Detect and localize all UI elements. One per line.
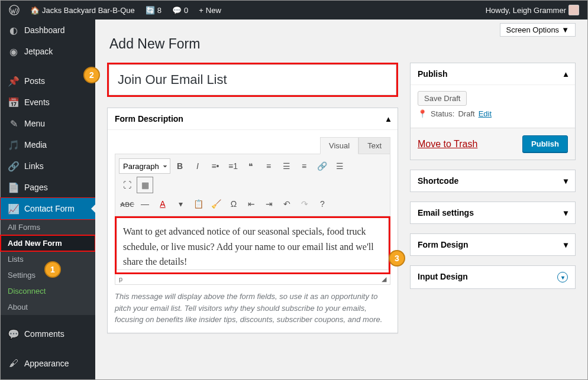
callout-3: 3 (389, 250, 405, 267)
move-to-trash-link[interactable]: Move to Trash (418, 139, 477, 150)
sidebar-item-links[interactable]: 🔗Links (1, 155, 95, 177)
sidebar-item-events[interactable]: 📅Events (1, 92, 95, 113)
links-icon: 🔗 (8, 160, 20, 172)
screen-options-label: Screen Options (506, 25, 560, 34)
more-button[interactable]: ☰ (331, 158, 348, 174)
pin-icon: 📌 (8, 75, 20, 87)
publish-header[interactable]: Publish▴ (411, 63, 575, 85)
new-link[interactable]: +New (195, 1, 225, 20)
textcolor-button[interactable]: A (154, 196, 171, 212)
sidebar-item-label: Media (24, 140, 47, 150)
sub-item-add-new-form[interactable]: Add New Form (1, 235, 95, 251)
fullscreen-button[interactable]: ⛶ (119, 177, 135, 193)
admin-toolbar: 🏠Jacks Backyard Bar-B-Que 🔄8 💬0 +New How… (1, 1, 587, 20)
sidebar-item-jetpack[interactable]: ◉Jetpack (1, 41, 95, 62)
element-path: p (119, 275, 122, 283)
edit-icon: ✎ (8, 118, 20, 129)
status-value: Draft (458, 109, 474, 118)
sub-item-disconnect[interactable]: Disconnect (1, 283, 95, 299)
jetpack-icon: ◉ (8, 46, 20, 57)
site-name-link[interactable]: 🏠Jacks Backyard Bar-B-Que (27, 1, 138, 20)
sidebar-item-label: Appearance (24, 359, 69, 368)
hr-button[interactable]: — (137, 196, 153, 212)
wp-logo[interactable] (5, 1, 23, 20)
sidebar-item-pages[interactable]: 📄Pages (1, 177, 95, 198)
sidebar-item-label: Dashboard (24, 25, 65, 35)
comment-icon: 💬 (8, 328, 20, 340)
sidebar-item-appearance[interactable]: 🖌Appearance (1, 353, 95, 374)
screen-options-button[interactable]: Screen Options▼ (500, 23, 576, 37)
form-title-input[interactable] (109, 64, 396, 95)
content-textarea[interactable]: Want to get advanced notice of our seaso… (117, 218, 389, 270)
textcolor-picker-button[interactable]: ▾ (172, 196, 189, 212)
format-select[interactable]: Paragraph (119, 158, 170, 174)
align-left-button[interactable]: ≡ (260, 158, 277, 174)
link-button[interactable]: 🔗 (314, 158, 330, 174)
redo-button[interactable]: ↷ (296, 196, 313, 212)
help-button[interactable]: ? (314, 196, 331, 212)
chevron-down-icon: ▾ (564, 176, 568, 186)
sidebar-item-menu[interactable]: ✎Menu (1, 113, 95, 134)
updates-link[interactable]: 🔄8 (142, 1, 165, 20)
callout-2: 2 (83, 67, 100, 83)
sidebar-item-posts[interactable]: 📌Posts (1, 70, 95, 92)
outdent-button[interactable]: ⇤ (243, 196, 260, 212)
dashboard-icon: ◐ (8, 24, 20, 36)
sub-item-all-forms[interactable]: All Forms (1, 219, 95, 235)
calendar-icon: 📅 (8, 96, 20, 108)
indent-button[interactable]: ⇥ (261, 196, 277, 212)
special-char-button[interactable]: Ω (225, 196, 242, 212)
form-description-header[interactable]: Form Description▴ (108, 108, 398, 130)
align-right-button[interactable]: ≡ (296, 158, 312, 174)
publish-heading: Publish (418, 69, 448, 79)
sidebox-label: Email settings (418, 208, 474, 217)
sidebar-item-label: Jetpack (24, 47, 53, 56)
text-tab[interactable]: Text (358, 137, 390, 154)
sidebar-item-contact-form[interactable]: 📈Contact Form (1, 198, 95, 219)
undo-button[interactable]: ↶ (279, 196, 295, 212)
publish-button[interactable]: Publish (522, 135, 568, 152)
input-design-box[interactable]: Input Design▾ (411, 266, 575, 288)
editor-toolbar: Paragraph B I ≡• ≡1 ❝ ≡ ☰ ≡ 🔗 ☰ (115, 154, 390, 216)
italic-button[interactable]: I (189, 158, 206, 174)
chevron-down-icon: ▾ (564, 208, 568, 217)
resize-handle-icon[interactable]: ◢ (382, 275, 386, 283)
shortcode-box[interactable]: Shortcode▾ (411, 170, 575, 191)
sidebar-item-comments[interactable]: 💬Comments (1, 323, 95, 345)
howdy-link[interactable]: Howdy, Leigh Grammer (482, 1, 583, 20)
sidebox-label: Shortcode (418, 176, 458, 186)
strike-button[interactable]: ᴀʙᴄ (119, 196, 135, 212)
visual-tab[interactable]: Visual (320, 137, 358, 154)
page-title: Add New Form (109, 36, 576, 52)
bold-button[interactable]: B (172, 158, 188, 174)
sidebar-item-dashboard[interactable]: ◐Dashboard (1, 20, 95, 41)
site-name: Jacks Backyard Bar-B-Que (42, 6, 135, 15)
sub-item-about[interactable]: About (1, 299, 95, 315)
pages-icon: 📄 (8, 181, 20, 193)
form-description-box: Form Description▴ Visual Text Paragraph … (107, 108, 398, 333)
howdy-text: Howdy, Leigh Grammer (486, 6, 566, 15)
number-list-button[interactable]: ≡1 (225, 158, 241, 174)
quote-button[interactable]: ❝ (243, 158, 259, 174)
brush-icon: 🖌 (8, 358, 20, 369)
form-design-box[interactable]: Form Design▾ (411, 234, 575, 255)
sidebar-item-media[interactable]: 🎵Media (1, 134, 95, 155)
align-center-button[interactable]: ☰ (278, 158, 295, 174)
clear-format-button[interactable]: 🧹 (208, 196, 224, 212)
admin-sidebar: ◐Dashboard ◉Jetpack 📌Posts 📅Events ✎Menu… (1, 20, 95, 379)
email-settings-box[interactable]: Email settings▾ (411, 202, 575, 223)
comment-icon: 💬 (172, 6, 182, 15)
chevron-down-icon: ▾ (564, 240, 568, 249)
sidebar-item-label: Events (24, 98, 50, 107)
sidebar-item-label: Pages (24, 183, 48, 192)
paste-text-button[interactable]: 📋 (190, 196, 206, 212)
refresh-icon: 🔄 (146, 6, 155, 15)
comments-count: 0 (184, 6, 188, 15)
avatar (568, 5, 579, 15)
edit-status-link[interactable]: Edit (479, 109, 492, 118)
comments-link[interactable]: 💬0 (169, 1, 192, 20)
form-description-label: Form Description (115, 114, 183, 124)
toolbar-toggle-button[interactable]: ▦ (137, 177, 153, 193)
save-draft-button[interactable]: Save Draft (418, 91, 467, 106)
bullet-list-button[interactable]: ≡• (207, 158, 224, 174)
